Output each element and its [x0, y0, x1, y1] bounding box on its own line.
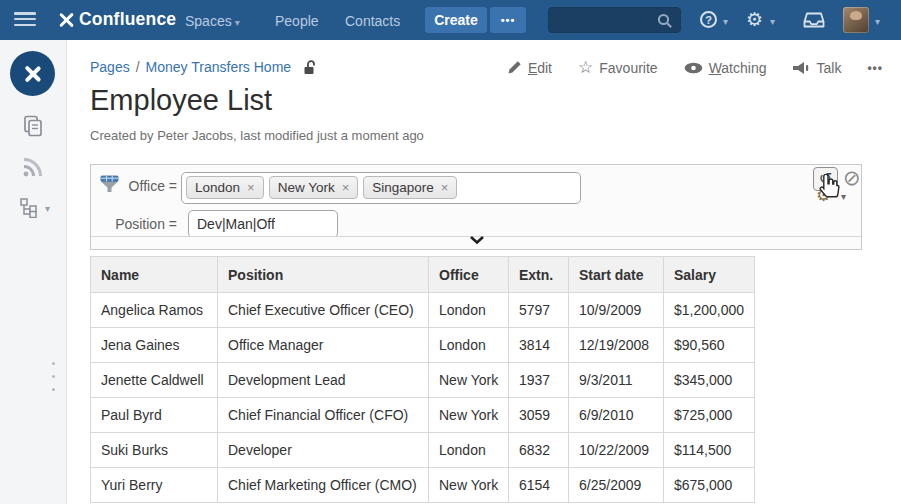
filter-tag[interactable]: New York× — [269, 176, 359, 199]
table-cell: Jenette Caldwell — [91, 363, 218, 398]
breadcrumb-link-pages[interactable]: Pages — [90, 59, 130, 75]
sidebar-resize-grip[interactable] — [52, 362, 55, 401]
table-cell: $114,500 — [664, 433, 755, 468]
filter-tag-label: London — [195, 180, 240, 195]
table-cell: 10/22/2009 — [569, 433, 664, 468]
table-cell: Chief Executive Officer (CEO) — [218, 293, 429, 328]
page-byline: Created by Peter Jacobs, last modified j… — [90, 128, 424, 143]
watching-button[interactable]: Watching — [684, 60, 767, 76]
remove-tag-icon[interactable]: × — [247, 180, 255, 195]
help-icon[interactable]: ? — [700, 11, 717, 28]
rss-feed-icon[interactable] — [22, 156, 44, 178]
column-header: Office — [429, 257, 509, 293]
table-row: Angelica RamosChief Executive Officer (C… — [91, 293, 755, 328]
create-more-button[interactable]: ••• — [490, 7, 526, 33]
column-header: Name — [91, 257, 218, 293]
search-input[interactable] — [555, 10, 655, 30]
space-logo[interactable] — [10, 51, 55, 96]
table-cell: 12/19/2008 — [569, 328, 664, 363]
table-row: Paul ByrdChief Financial Officer (CFO)Ne… — [91, 398, 755, 433]
create-button[interactable]: Create — [425, 7, 487, 33]
table-cell: London — [429, 433, 509, 468]
table-cell: Suki Burks — [91, 433, 218, 468]
confluence-logo[interactable]: Confluence — [58, 9, 176, 30]
office-filter-input[interactable]: London×New York×Singapore× — [181, 172, 581, 204]
gear-icon[interactable]: ⚙ — [746, 8, 763, 31]
table-cell: $725,000 — [664, 398, 755, 433]
table-cell: $675,000 — [664, 468, 755, 503]
table-cell: 3059 — [509, 398, 569, 433]
space-sidebar: ▾ — [0, 40, 67, 504]
table-cell: 6/25/2009 — [569, 468, 664, 503]
position-filter-input[interactable] — [188, 210, 338, 238]
chevron-down-icon: ▾ — [235, 17, 240, 28]
more-actions-button[interactable]: ••• — [867, 61, 883, 75]
filter-tag[interactable]: Singapore× — [363, 176, 457, 199]
clear-filters-icon[interactable]: ⊘ — [843, 166, 861, 190]
table-cell: 6154 — [509, 468, 569, 503]
breadcrumb: Pages / Money Transfers Home — [90, 59, 317, 75]
filter-settings-gear-icon[interactable]: ⚙ — [816, 185, 831, 206]
office-filter-label: Office = — [91, 178, 177, 194]
column-header: Start date — [569, 257, 664, 293]
table-cell: Chief Marketing Officer (CMO) — [218, 468, 429, 503]
table-cell: Paul Byrd — [91, 398, 218, 433]
employee-table: NamePositionOfficeExtn.Start dateSalary … — [90, 256, 755, 503]
edit-button[interactable]: Edit — [507, 60, 552, 76]
chevron-down-icon[interactable]: ▾ — [841, 191, 846, 202]
filter-tag-label: New York — [278, 180, 335, 195]
table-row: Yuri BerryChief Marketing Officer (CMO)N… — [91, 468, 755, 503]
page-title: Employee List — [90, 84, 272, 117]
table-cell: Developer — [218, 433, 429, 468]
table-cell: New York — [429, 468, 509, 503]
unlock-icon[interactable] — [303, 59, 317, 75]
chevron-down-icon[interactable]: ▾ — [875, 16, 880, 27]
collapse-filter-chevron-icon[interactable] — [469, 235, 485, 245]
table-header-row: NamePositionOfficeExtn.Start dateSalary — [91, 257, 755, 293]
table-cell: 3814 — [509, 328, 569, 363]
nav-contacts[interactable]: Contacts — [345, 13, 400, 29]
table-filter-panel: Office = London×New York×Singapore× Posi… — [90, 164, 862, 250]
table-cell: $1,200,000 — [664, 293, 755, 328]
chevron-down-icon[interactable]: ▾ — [770, 16, 775, 27]
search-box — [548, 7, 681, 33]
pages-icon[interactable] — [21, 114, 45, 138]
position-filter-label: Position = — [91, 216, 177, 232]
table-cell: Office Manager — [218, 328, 429, 363]
table-cell: 6832 — [509, 433, 569, 468]
nav-people[interactable]: People — [275, 13, 319, 29]
remove-tag-icon[interactable]: × — [441, 180, 449, 195]
user-avatar[interactable] — [843, 7, 869, 33]
table-cell: $345,000 — [664, 363, 755, 398]
table-cell: London — [429, 293, 509, 328]
filter-tag[interactable]: London× — [186, 176, 264, 199]
table-cell: 9/3/2011 — [569, 363, 664, 398]
search-icon[interactable] — [657, 13, 673, 29]
breadcrumb-link-space-home[interactable]: Money Transfers Home — [146, 59, 292, 75]
breadcrumb-separator: / — [136, 59, 140, 75]
talk-button[interactable]: Talk — [792, 60, 841, 76]
remove-tag-icon[interactable]: × — [342, 180, 350, 195]
chevron-down-icon[interactable]: ▾ — [723, 16, 728, 27]
table-cell: $90,560 — [664, 328, 755, 363]
nav-spaces[interactable]: Spaces▾ — [185, 13, 240, 29]
column-header: Extn. — [509, 257, 569, 293]
table-cell: Chief Financial Officer (CFO) — [218, 398, 429, 433]
notifications-tray-icon[interactable] — [803, 11, 825, 29]
table-row: Jena GainesOffice ManagerLondon381412/19… — [91, 328, 755, 363]
table-row: Jenette CaldwellDevelopment LeadNew York… — [91, 363, 755, 398]
filter-tag-label: Singapore — [372, 180, 434, 195]
table-cell: 6/9/2010 — [569, 398, 664, 433]
table-cell: London — [429, 328, 509, 363]
table-cell: Yuri Berry — [91, 468, 218, 503]
table-cell: Development Lead — [218, 363, 429, 398]
page-tree-control[interactable]: ▾ — [20, 198, 50, 218]
hamburger-menu-icon[interactable] — [14, 12, 36, 28]
favourite-button[interactable]: ☆ Favourite — [578, 57, 658, 78]
eye-icon — [684, 62, 703, 74]
table-cell: 10/9/2009 — [569, 293, 664, 328]
brand-x-mark-icon — [58, 12, 74, 28]
column-header: Position — [218, 257, 429, 293]
table-cell: Angelica Ramos — [91, 293, 218, 328]
column-header: Salary — [664, 257, 755, 293]
